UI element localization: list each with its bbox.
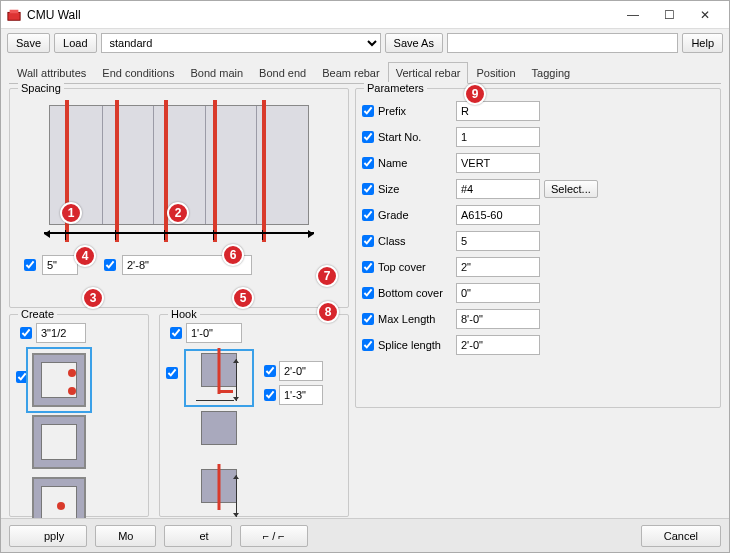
param-maxlength-input[interactable] xyxy=(456,309,540,329)
annotation-badge-9: 9 xyxy=(464,83,486,105)
annotation-badge-1: 1 xyxy=(60,202,82,224)
hook-option-straight[interactable] xyxy=(188,469,250,519)
create-size-input[interactable] xyxy=(36,323,86,343)
param-prefix-checkbox[interactable] xyxy=(362,105,374,117)
apply-button[interactable]: pply xyxy=(9,525,87,547)
spacing-title: Spacing xyxy=(18,82,64,94)
tab-end-conditions[interactable]: End conditions xyxy=(94,62,182,84)
parameters-title: Parameters xyxy=(364,82,427,94)
dialog-footer: pply Mo et ⌐ / ⌐ Cancel xyxy=(1,518,729,552)
tab-vertical-rebar[interactable]: Vertical rebar xyxy=(388,62,469,84)
param-maxlength-checkbox[interactable] xyxy=(362,313,374,325)
save-button[interactable]: Save xyxy=(7,33,50,53)
window-close[interactable]: ✕ xyxy=(687,4,723,26)
param-topcover-label: Top cover xyxy=(378,261,426,273)
param-splice-checkbox[interactable] xyxy=(362,339,374,351)
modify-button[interactable]: Mo xyxy=(95,525,156,547)
create-option-empty[interactable] xyxy=(32,415,86,469)
hook-dim1-input[interactable] xyxy=(279,361,323,381)
param-size-input[interactable] xyxy=(456,179,540,199)
save-as-button[interactable]: Save As xyxy=(385,33,443,53)
hook-option-l-down[interactable] xyxy=(188,353,250,403)
window-titlebar: CMU Wall — ☐ ✕ xyxy=(1,1,729,29)
param-name-label: Name xyxy=(378,157,407,169)
param-bottomcover-input[interactable] xyxy=(456,283,540,303)
param-grade-label: Grade xyxy=(378,209,409,221)
param-size-select-button[interactable]: Select... xyxy=(544,180,598,198)
param-class-input[interactable] xyxy=(456,231,540,251)
param-grade-input[interactable] xyxy=(456,205,540,225)
param-name-checkbox[interactable] xyxy=(362,157,374,169)
hook-option-none[interactable] xyxy=(188,411,250,461)
param-row-topcover: Top cover xyxy=(362,257,714,277)
hook-length-input[interactable] xyxy=(186,323,242,343)
param-grade-checkbox[interactable] xyxy=(362,209,374,221)
tab-position[interactable]: Position xyxy=(468,62,523,84)
parameters-group: Parameters Prefix Start No. Name Size xyxy=(355,88,721,408)
param-row-splice: Splice length xyxy=(362,335,714,355)
param-name-input[interactable] xyxy=(456,153,540,173)
create-pattern-checkbox[interactable] xyxy=(16,371,28,383)
hook-group: Hook xyxy=(159,314,349,517)
annotation-badge-8: 8 xyxy=(317,301,339,323)
param-size-checkbox[interactable] xyxy=(362,183,374,195)
hook-shape-checkbox[interactable] xyxy=(166,367,178,379)
tab-wall-attributes[interactable]: Wall attributes xyxy=(9,62,94,84)
cancel-button[interactable]: Cancel xyxy=(641,525,721,547)
param-row-class: Class xyxy=(362,231,714,251)
load-button[interactable]: Load xyxy=(54,33,96,53)
param-startno-checkbox[interactable] xyxy=(362,131,374,143)
create-group: Create xyxy=(9,314,149,517)
param-row-maxlength: Max Length xyxy=(362,309,714,329)
create-size-checkbox[interactable] xyxy=(20,327,32,339)
get-button[interactable]: et xyxy=(164,525,231,547)
param-startno-input[interactable] xyxy=(456,127,540,147)
annotation-badge-3: 3 xyxy=(82,287,104,309)
spacing-offset-checkbox[interactable] xyxy=(24,259,36,271)
param-size-label: Size xyxy=(378,183,399,195)
spacing-value-checkbox[interactable] xyxy=(104,259,116,271)
save-as-input[interactable] xyxy=(447,33,678,53)
window-maximize[interactable]: ☐ xyxy=(651,4,687,26)
param-startno-label: Start No. xyxy=(378,131,421,143)
spacing-group: Spacing xyxy=(9,88,349,308)
param-prefix-input[interactable] xyxy=(456,101,540,121)
tab-strip: Wall attributes End conditions Bond main… xyxy=(9,61,721,84)
annotation-badge-7: 7 xyxy=(316,265,338,287)
tab-tagging[interactable]: Tagging xyxy=(524,62,579,84)
hook-length-checkbox[interactable] xyxy=(170,327,182,339)
app-icon xyxy=(7,8,21,22)
toggle-button[interactable]: ⌐ / ⌐ xyxy=(240,525,308,547)
param-class-checkbox[interactable] xyxy=(362,235,374,247)
param-topcover-checkbox[interactable] xyxy=(362,261,374,273)
param-topcover-input[interactable] xyxy=(456,257,540,277)
hook-dim2-input[interactable] xyxy=(279,385,323,405)
param-splice-input[interactable] xyxy=(456,335,540,355)
param-row-name: Name xyxy=(362,153,714,173)
preset-select[interactable]: standard xyxy=(101,33,381,53)
annotation-badge-6: 6 xyxy=(222,244,244,266)
tab-beam-rebar[interactable]: Beam rebar xyxy=(314,62,387,84)
param-maxlength-label: Max Length xyxy=(378,313,435,325)
param-row-prefix: Prefix xyxy=(362,101,714,121)
window-title: CMU Wall xyxy=(27,8,81,22)
svg-rect-0 xyxy=(8,12,20,20)
hook-dim2-checkbox[interactable] xyxy=(264,389,276,401)
param-bottomcover-checkbox[interactable] xyxy=(362,287,374,299)
param-prefix-label: Prefix xyxy=(378,105,406,117)
hook-dim1-checkbox[interactable] xyxy=(264,365,276,377)
param-row-size: Size Select... xyxy=(362,179,714,199)
param-row-startno: Start No. xyxy=(362,127,714,147)
param-bottomcover-label: Bottom cover xyxy=(378,287,443,299)
tab-bond-end[interactable]: Bond end xyxy=(251,62,314,84)
spacing-offset-input[interactable] xyxy=(42,255,78,275)
svg-rect-1 xyxy=(10,9,19,13)
tab-bond-main[interactable]: Bond main xyxy=(182,62,251,84)
help-button[interactable]: Help xyxy=(682,33,723,53)
window-minimize[interactable]: — xyxy=(615,4,651,26)
hook-title: Hook xyxy=(168,308,200,320)
annotation-badge-5: 5 xyxy=(232,287,254,309)
param-row-bottomcover: Bottom cover xyxy=(362,283,714,303)
param-row-grade: Grade xyxy=(362,205,714,225)
create-option-two-dots-right[interactable] xyxy=(32,353,86,407)
